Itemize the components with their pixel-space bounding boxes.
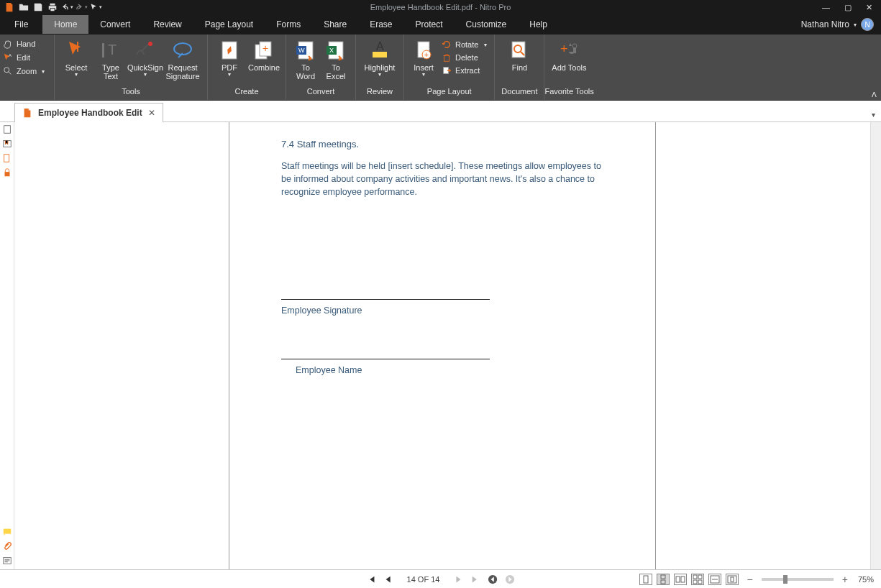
insert-button[interactable]: + Insert▾ xyxy=(408,37,439,79)
svg-rect-37 xyxy=(644,576,648,583)
work-area: 7.4 Staff meetings. Staff meetings will … xyxy=(0,122,881,569)
request-signature-button[interactable]: Request Signature xyxy=(163,37,203,82)
quicksign-button[interactable]: QuickSign▾ xyxy=(128,37,163,79)
window-controls: — ▢ ✕ xyxy=(813,3,881,12)
svg-rect-22 xyxy=(444,55,449,61)
pdf-file-icon xyxy=(22,108,32,118)
document-page: 7.4 Staff meetings. Staff meetings will … xyxy=(229,122,656,569)
security-panel-icon[interactable] xyxy=(1,167,13,178)
ribbon-tabs: File Home Convert Review Page Layout For… xyxy=(0,14,881,35)
insert-icon: + xyxy=(412,39,435,62)
tab-forms[interactable]: Forms xyxy=(265,15,312,34)
delete-button[interactable]: Delete xyxy=(439,52,490,63)
svg-rect-31 xyxy=(4,155,9,162)
to-word-button[interactable]: W To Word xyxy=(291,37,321,82)
cursor-select-icon[interactable]: ▾ xyxy=(89,1,102,14)
ribbon-group-tools: Select▾ T Type Text QuickSign▾ Request S… xyxy=(55,35,208,100)
ribbon-view-modes: Hand AEdit Zoom▾ xyxy=(0,35,55,100)
tab-protect[interactable]: Protect xyxy=(404,15,455,34)
document-viewport[interactable]: 7.4 Staff meetings. Staff meetings will … xyxy=(14,122,870,569)
combine-icon: + xyxy=(252,39,275,62)
title-bar: ▾ ▾ ▾ Employee Handbook Edit.pdf - Nitro… xyxy=(0,0,881,14)
pdf-button[interactable]: PDF▾ xyxy=(212,37,247,79)
user-name: Nathan Nitro xyxy=(801,19,849,29)
to-excel-button[interactable]: X To Excel xyxy=(321,37,351,82)
svg-rect-3 xyxy=(102,43,104,58)
tab-erase[interactable]: Erase xyxy=(358,15,403,34)
svg-rect-43 xyxy=(698,575,702,579)
next-view-icon[interactable] xyxy=(504,574,516,585)
svg-rect-40 xyxy=(676,576,680,582)
close-icon[interactable]: ✕ xyxy=(866,3,872,12)
attachments-panel-icon[interactable] xyxy=(1,541,13,552)
maximize-icon[interactable]: ▢ xyxy=(844,3,852,12)
close-tab-icon[interactable]: ✕ xyxy=(148,108,155,118)
tab-review[interactable]: Review xyxy=(142,15,193,34)
signature-label-2: Employee Name xyxy=(296,365,603,375)
combine-button[interactable]: + Combine xyxy=(247,37,281,73)
add-tools-button[interactable]: + Add Tools xyxy=(549,37,589,73)
type-text-icon: T xyxy=(99,39,122,62)
hand-tool[interactable]: Hand xyxy=(3,39,51,49)
redo-icon[interactable]: ▾ xyxy=(75,1,88,14)
output-panel-icon[interactable] xyxy=(1,555,13,566)
ribbon-collapse-icon[interactable]: ᐱ xyxy=(872,91,877,98)
tab-home[interactable]: Home xyxy=(42,15,88,34)
group-label-favorite: Favorite Tools xyxy=(544,87,593,100)
page-navigator: 14 OF 14 xyxy=(365,574,516,585)
svg-rect-44 xyxy=(693,580,697,584)
tab-page-layout[interactable]: Page Layout xyxy=(193,15,265,34)
minimize-icon[interactable]: — xyxy=(822,3,830,12)
comments-panel-icon[interactable] xyxy=(1,526,13,538)
zoom-level[interactable]: 75% xyxy=(858,575,874,584)
zoom-slider[interactable] xyxy=(762,578,834,581)
prev-view-icon[interactable] xyxy=(487,574,498,585)
type-text-button[interactable]: T Type Text xyxy=(93,37,128,82)
signatures-panel-icon[interactable] xyxy=(1,152,13,164)
extract-button[interactable]: Extract xyxy=(439,65,490,76)
document-tab[interactable]: Employee Handbook Edit ✕ xyxy=(14,103,163,122)
view-fit-width-icon[interactable] xyxy=(708,574,721,585)
highlight-button[interactable]: A Highlight▾ xyxy=(360,37,399,79)
ribbon-group-review: A Highlight▾ Review xyxy=(356,35,404,100)
view-fit-page-icon[interactable] xyxy=(726,574,739,585)
svg-rect-2 xyxy=(77,42,78,52)
open-icon[interactable] xyxy=(17,1,30,14)
bookmarks-panel-icon[interactable] xyxy=(1,138,13,150)
view-facing-icon[interactable] xyxy=(674,574,687,585)
zoom-in-icon[interactable]: + xyxy=(842,574,848,585)
view-single-icon[interactable] xyxy=(639,574,652,585)
tab-convert[interactable]: Convert xyxy=(88,15,142,34)
zoom-out-icon[interactable]: − xyxy=(747,574,753,585)
last-page-icon[interactable] xyxy=(470,574,481,585)
excel-icon: X xyxy=(324,39,347,62)
tab-share[interactable]: Share xyxy=(312,15,358,34)
tab-help[interactable]: Help xyxy=(518,15,559,34)
group-label-review: Review xyxy=(356,87,403,100)
tab-file[interactable]: File xyxy=(0,15,42,34)
save-icon[interactable] xyxy=(32,1,45,14)
quicksign-icon xyxy=(134,39,157,62)
find-icon xyxy=(508,39,531,62)
zoom-tool[interactable]: Zoom▾ xyxy=(3,66,51,76)
prev-page-icon[interactable] xyxy=(383,574,394,585)
vertical-scrollbar[interactable] xyxy=(870,122,881,569)
rotate-button[interactable]: Rotate▾ xyxy=(439,39,490,50)
word-icon: W xyxy=(294,39,317,62)
find-button[interactable]: Find xyxy=(499,37,539,73)
select-button[interactable]: Select▾ xyxy=(59,37,93,79)
pages-panel-icon[interactable] xyxy=(1,124,13,135)
svg-rect-48 xyxy=(731,577,734,582)
print-icon[interactable] xyxy=(46,1,59,14)
edit-tool[interactable]: AEdit xyxy=(3,52,51,63)
tab-customize[interactable]: Customize xyxy=(455,15,519,34)
add-tools-icon: + xyxy=(557,39,580,62)
undo-icon[interactable]: ▾ xyxy=(60,1,73,14)
tab-overflow-icon[interactable]: ▾ xyxy=(866,108,881,121)
first-page-icon[interactable] xyxy=(365,574,377,585)
user-menu[interactable]: Nathan Nitro ▾ N xyxy=(794,18,881,31)
view-continuous-icon[interactable] xyxy=(657,574,670,585)
view-facing-continuous-icon[interactable] xyxy=(691,574,704,585)
next-page-icon[interactable] xyxy=(452,574,464,585)
group-label-convert: Convert xyxy=(286,87,355,100)
